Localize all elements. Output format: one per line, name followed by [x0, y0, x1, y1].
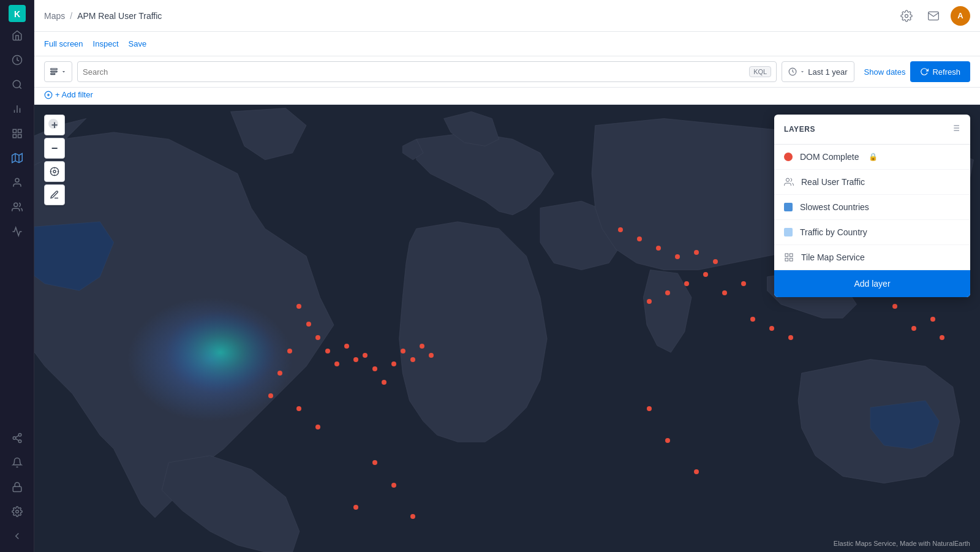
svg-line-4 — [19, 86, 21, 88]
sidebar-item-settings[interactable] — [6, 501, 28, 523]
map-dot — [391, 361, 396, 366]
map-dot — [410, 514, 415, 519]
map-dot — [684, 281, 689, 286]
main-content: Maps / APM Real User Traffic A Full scre… — [34, 0, 980, 552]
layer-name-traffic-by-country: Traffic by Country — [800, 227, 867, 237]
sidebar-item-dashboard[interactable] — [6, 123, 28, 145]
search-type-button[interactable] — [44, 61, 72, 82]
fullscreen-link[interactable]: Full screen — [44, 39, 83, 48]
map-dot — [694, 469, 699, 474]
zoom-in-button[interactable]: + — [44, 115, 65, 135]
user-initial: A — [957, 11, 963, 20]
sidebar-item-security[interactable] — [6, 196, 28, 218]
svg-rect-8 — [13, 129, 16, 132]
svg-point-17 — [18, 434, 21, 437]
layers-header: LAYERS — [774, 115, 970, 145]
kql-badge[interactable]: KQL — [749, 66, 771, 77]
layer-item-real-user-traffic[interactable]: Real User Traffic — [774, 170, 970, 195]
svg-line-20 — [15, 439, 18, 440]
svg-line-21 — [15, 436, 18, 437]
map-dot — [930, 317, 935, 322]
layer-item-slowest-countries[interactable]: Slowest Countries — [774, 195, 970, 220]
sidebar-item-integrations[interactable] — [6, 427, 28, 449]
svg-text:K: K — [13, 9, 20, 19]
map-dot — [892, 304, 897, 309]
sidebar-item-alerts[interactable] — [6, 452, 28, 474]
map-dot — [315, 335, 320, 340]
time-range-text: Last 1 year — [808, 67, 847, 77]
map-dot — [420, 344, 424, 349]
user-avatar[interactable]: A — [951, 6, 970, 26]
map-dot — [363, 353, 368, 358]
svg-point-35 — [50, 167, 58, 175]
map-dot — [703, 272, 708, 277]
add-filter-button[interactable]: + Add filter — [44, 90, 93, 99]
map-dot — [618, 227, 623, 232]
sidebar-item-discover[interactable] — [6, 74, 28, 96]
map-dot — [401, 349, 405, 354]
add-layer-button[interactable]: Add layer — [774, 270, 970, 297]
map-dot — [306, 322, 311, 327]
svg-marker-12 — [12, 154, 22, 163]
select-tool-button[interactable] — [44, 184, 65, 205]
layers-panel: LAYERS DOM Complete 🔒 Real User Traffic — [774, 115, 970, 297]
map-dot — [296, 304, 301, 309]
map-dot — [722, 290, 727, 295]
map-dot — [940, 335, 944, 340]
searchbar: KQL Last 1 year Show dates Refresh — [34, 56, 980, 88]
inspect-link[interactable]: Inspect — [93, 39, 119, 48]
svg-rect-49 — [790, 254, 793, 257]
layer-name-dom-complete: DOM Complete — [800, 152, 859, 162]
map-dot — [410, 357, 415, 362]
map-dot — [769, 326, 774, 331]
save-link[interactable]: Save — [129, 39, 147, 48]
sidebar-item-lock[interactable] — [6, 476, 28, 498]
layer-item-traffic-by-country[interactable]: Traffic by Country — [774, 220, 970, 245]
map-dot — [277, 371, 282, 376]
layers-menu-icon[interactable] — [951, 123, 960, 135]
map-dot — [694, 250, 699, 255]
sidebar-item-apm[interactable] — [6, 221, 28, 243]
layer-square-traffic-by-country — [784, 228, 793, 236]
search-input[interactable] — [83, 67, 749, 77]
sidebar-item-ml[interactable] — [6, 172, 28, 194]
svg-point-24 — [905, 14, 908, 17]
svg-point-16 — [13, 203, 17, 206]
sidebar: K — [0, 0, 34, 552]
topbar-icons: A — [897, 6, 970, 26]
zoom-out-icon: − — [51, 142, 58, 155]
layer-item-dom-complete[interactable]: DOM Complete 🔒 — [774, 145, 970, 170]
time-picker[interactable]: Last 1 year — [782, 61, 854, 82]
zoom-out-button[interactable]: − — [44, 138, 65, 159]
sidebar-item-home[interactable] — [6, 25, 28, 47]
map-dot — [353, 357, 358, 362]
layer-name-slowest-countries: Slowest Countries — [800, 202, 869, 212]
filterbar: + Add filter — [34, 88, 980, 105]
layer-item-tile-map-service[interactable]: Tile Map Service — [774, 245, 970, 270]
sidebar-item-clock[interactable] — [6, 49, 28, 71]
layers-title: LAYERS — [784, 125, 815, 134]
sidebar-item-visualize[interactable] — [6, 98, 28, 120]
refresh-label: Refresh — [932, 67, 960, 77]
layer-icon-real-user-traffic — [784, 177, 794, 187]
topbar: Maps / APM Real User Traffic A — [34, 0, 980, 32]
svg-point-23 — [15, 510, 18, 513]
show-dates-link[interactable]: Show dates — [864, 67, 906, 77]
locate-icon — [50, 167, 59, 176]
locate-button[interactable] — [44, 161, 65, 182]
map-dot — [372, 366, 377, 371]
map-dot — [911, 326, 916, 331]
map-dot — [325, 349, 330, 354]
sidebar-item-collapse[interactable] — [6, 525, 28, 547]
kibana-logo: K — [9, 5, 26, 22]
search-input-wrapper: KQL — [77, 61, 777, 82]
sidebar-item-maps[interactable] — [6, 147, 28, 169]
breadcrumb-parent[interactable]: Maps — [44, 11, 65, 21]
map-area[interactable]: + − LAYERS DOM Co — [34, 105, 980, 552]
refresh-button[interactable]: Refresh — [910, 61, 970, 82]
svg-point-19 — [18, 440, 21, 443]
settings-icon[interactable] — [897, 6, 916, 26]
mail-icon[interactable] — [924, 6, 943, 26]
map-dot — [268, 393, 273, 398]
svg-rect-10 — [18, 135, 21, 138]
